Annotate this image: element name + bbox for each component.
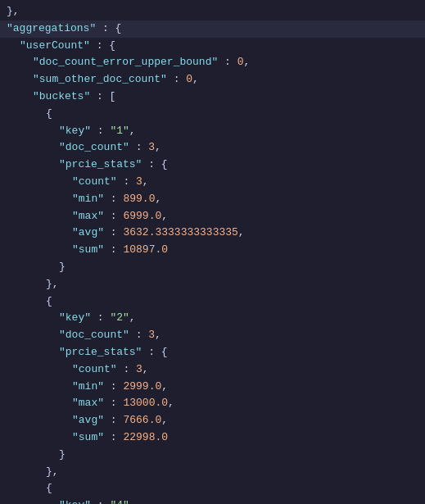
code-token: "count" [72, 361, 117, 379]
code-line: "max" : 13000.0, [0, 395, 425, 412]
code-line: "count" : 3, [0, 361, 425, 379]
code-token: : [104, 225, 123, 242]
code-token: : [104, 412, 123, 429]
code-token: , [161, 208, 168, 225]
code-token: "doc_count" [59, 327, 129, 344]
code-token: "buckets" [33, 89, 90, 106]
code-token: "min" [72, 191, 104, 208]
code-line: "aggregations" : { [0, 20, 425, 38]
code-token: , [192, 71, 199, 89]
code-line: "max" : 6999.0, [0, 208, 425, 225]
code-token: : [218, 54, 237, 71]
code-token: "prcie_stats" [59, 344, 142, 361]
code-token: , [238, 225, 245, 242]
code-token: } [59, 447, 66, 464]
code-token: , [129, 310, 136, 327]
code-line: } [0, 447, 425, 464]
code-token: : [ [90, 89, 115, 106]
code-token: "doc_count" [59, 139, 129, 157]
code-line: }, [0, 3, 425, 20]
code-token: : [129, 327, 148, 344]
code-line: "doc_count_error_upper_bound" : 0, [0, 54, 425, 71]
code-token: "sum" [72, 242, 104, 259]
code-token: : [104, 208, 123, 225]
code-line: "key" : "4", [0, 497, 425, 504]
code-token: { [46, 480, 52, 497]
code-token: 0 [237, 54, 244, 71]
code-line: "key" : "1", [0, 123, 425, 140]
code-token: 3 [148, 327, 155, 344]
code-line: }, [0, 276, 425, 293]
code-token: 13000.0 [123, 395, 168, 412]
code-token: "sum_other_doc_count" [33, 71, 167, 89]
code-token: 22998.0 [123, 429, 168, 447]
code-token: "4" [110, 497, 129, 504]
code-token: , [129, 497, 136, 504]
code-token: }, [46, 276, 59, 293]
code-line: { [0, 480, 425, 497]
code-token: 3 [136, 361, 142, 379]
code-line: "sum_other_doc_count" : 0, [0, 71, 425, 89]
code-token: : [104, 191, 123, 208]
code-line: "avg" : 7666.0, [0, 412, 425, 429]
code-line: { [0, 106, 425, 123]
code-token: , [168, 395, 174, 412]
code-token: : [129, 139, 148, 157]
code-token: "count" [72, 174, 117, 191]
code-line: "key" : "2", [0, 310, 425, 327]
code-token: "prcie_stats" [59, 157, 142, 174]
code-token: : [91, 123, 110, 140]
code-token: 6999.0 [123, 208, 161, 225]
code-token: : [104, 242, 123, 259]
code-token: "doc_count_error_upper_bound" [33, 54, 218, 71]
code-token: : { [142, 344, 167, 361]
code-line: "doc_count" : 3, [0, 327, 425, 344]
code-token: , [161, 412, 168, 429]
code-token: "1" [110, 123, 129, 140]
code-token: : [104, 379, 123, 396]
code-token: , [161, 379, 168, 396]
code-token: 2999.0 [123, 379, 161, 396]
code-token: : [117, 174, 136, 191]
code-token: "max" [72, 208, 104, 225]
code-token: : [91, 497, 110, 504]
code-view: },"aggregations" : {"userCount" : {"doc_… [0, 0, 425, 504]
code-line: "avg" : 3632.3333333333335, [0, 225, 425, 242]
code-token: }, [7, 3, 20, 20]
code-token: } [59, 259, 66, 276]
code-token: : [91, 310, 110, 327]
code-token: : { [90, 38, 115, 55]
code-token: "2" [110, 310, 129, 327]
code-token: , [155, 139, 161, 157]
code-line: "min" : 2999.0, [0, 379, 425, 396]
code-token: 3632.3333333333335 [123, 225, 237, 242]
code-token: , [142, 361, 149, 379]
code-token: , [243, 54, 250, 71]
code-token: 10897.0 [123, 242, 168, 259]
code-line: "sum" : 22998.0 [0, 429, 425, 447]
code-token: "max" [72, 395, 104, 412]
code-token: : [104, 395, 123, 412]
code-line: { [0, 293, 425, 311]
code-token: }, [46, 464, 59, 481]
code-line: } [0, 259, 425, 276]
code-token: : [117, 361, 136, 379]
code-token: 0 [186, 71, 192, 89]
code-token: "key" [59, 123, 91, 140]
code-line: "userCount" : { [0, 38, 425, 55]
code-token: { [46, 106, 52, 123]
code-line: "min" : 899.0, [0, 191, 425, 208]
code-line: }, [0, 464, 425, 481]
code-line: "count" : 3, [0, 174, 425, 191]
code-token: "aggregations" [7, 20, 96, 38]
code-token: : [167, 71, 186, 89]
code-token: : [104, 429, 123, 447]
code-token: 7666.0 [123, 412, 161, 429]
code-token: "sum" [72, 429, 104, 447]
code-line: "prcie_stats" : { [0, 344, 425, 361]
code-token: 899.0 [123, 191, 155, 208]
code-token: , [142, 174, 149, 191]
code-token: "min" [72, 379, 104, 396]
code-line: "buckets" : [ [0, 89, 425, 106]
code-line: "sum" : 10897.0 [0, 242, 425, 259]
